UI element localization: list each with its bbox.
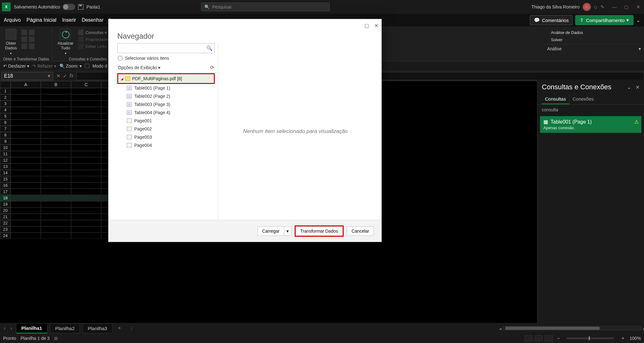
cell[interactable] xyxy=(41,220,71,226)
tab-arquivo[interactable]: Arquivo xyxy=(4,17,21,23)
transformar-dados-button[interactable]: Transformar Dados xyxy=(296,226,343,236)
cell[interactable] xyxy=(41,207,71,214)
tab-conexoes[interactable]: Conexões xyxy=(569,94,597,104)
cell[interactable] xyxy=(11,220,41,226)
cell[interactable] xyxy=(71,126,101,132)
row-header[interactable]: 1 xyxy=(0,88,11,94)
cell[interactable] xyxy=(41,182,71,189)
row-header[interactable]: 17 xyxy=(0,189,11,195)
sheet-tab-3[interactable]: Planilha3 xyxy=(82,324,113,333)
panel-collapse-icon[interactable]: ⌄ xyxy=(627,84,631,90)
row-header[interactable]: 8 xyxy=(0,132,11,138)
cell[interactable] xyxy=(71,119,101,126)
query-item[interactable]: ▦ Table001 (Page 1) Apenas conexão. ⚠ xyxy=(540,116,641,133)
cell[interactable] xyxy=(71,233,101,239)
cell[interactable] xyxy=(71,182,101,189)
cell[interactable] xyxy=(11,101,41,107)
sheet-prev-button[interactable]: ‹ xyxy=(3,325,7,331)
cell[interactable] xyxy=(41,132,71,138)
cell[interactable] xyxy=(71,214,101,220)
horizontal-scrollbar[interactable]: ◂ ▸ xyxy=(503,326,641,330)
add-sheet-button[interactable]: ＋ xyxy=(115,324,124,333)
chevron-down-icon[interactable]: ▾ xyxy=(639,46,641,51)
column-header[interactable]: C xyxy=(71,81,101,88)
row-header[interactable]: 11 xyxy=(0,151,11,157)
cell[interactable] xyxy=(71,226,101,233)
cell[interactable] xyxy=(11,119,41,126)
carregar-split-button[interactable]: Carregar ▾ xyxy=(258,226,291,236)
pen-icon[interactable]: ✎ xyxy=(601,4,604,9)
row-header[interactable]: 21 xyxy=(0,214,11,220)
tree-item-page[interactable]: Page002 xyxy=(117,125,215,133)
cell[interactable] xyxy=(11,195,41,201)
row-header[interactable]: 9 xyxy=(0,138,11,145)
cell[interactable] xyxy=(11,182,41,189)
zoom-in-button[interactable]: ＋ xyxy=(621,335,625,341)
cell[interactable] xyxy=(71,163,101,170)
row-header[interactable]: 19 xyxy=(0,201,11,207)
cell[interactable] xyxy=(41,176,71,182)
save-icon[interactable] xyxy=(78,4,84,10)
cell[interactable] xyxy=(11,214,41,220)
cell[interactable] xyxy=(41,233,71,239)
tree-item-table[interactable]: Table002 (Page 2) xyxy=(117,92,215,100)
close-button[interactable]: ✕ xyxy=(635,4,642,9)
from-table-button[interactable] xyxy=(21,43,35,49)
row-header[interactable]: 5 xyxy=(0,113,11,119)
cell[interactable] xyxy=(71,207,101,214)
cell[interactable] xyxy=(71,151,101,157)
cell[interactable] xyxy=(11,88,41,94)
mode-checkbox[interactable] xyxy=(85,64,89,68)
cell[interactable] xyxy=(41,94,71,101)
carregar-button[interactable]: Carregar xyxy=(258,226,284,236)
name-box[interactable]: E18 ▾ xyxy=(1,72,53,80)
panel-close-icon[interactable]: ✕ xyxy=(636,84,640,90)
cancelar-button[interactable]: Cancelar xyxy=(347,226,374,236)
row-header[interactable]: 7 xyxy=(0,126,11,132)
tree-item-page[interactable]: Page001 xyxy=(117,117,215,125)
tab-consultas[interactable]: Consultas xyxy=(542,94,569,104)
cell[interactable] xyxy=(11,132,41,138)
cell[interactable] xyxy=(41,163,71,170)
chevron-down-icon[interactable]: ▾ xyxy=(48,73,50,79)
cell[interactable] xyxy=(41,107,71,113)
cell[interactable] xyxy=(71,176,101,182)
row-header[interactable]: 15 xyxy=(0,176,11,182)
cell[interactable] xyxy=(11,94,41,101)
cell[interactable] xyxy=(11,170,41,176)
cell[interactable] xyxy=(71,170,101,176)
from-text-button[interactable] xyxy=(21,30,35,35)
cell[interactable] xyxy=(11,207,41,214)
row-headers[interactable]: 123456789101112131415161718192021222324 xyxy=(0,88,11,239)
solver-button[interactable]: Solver xyxy=(551,37,636,42)
display-options-dropdown[interactable]: Opções de Exibição ▾ xyxy=(118,65,160,70)
cell[interactable] xyxy=(71,94,101,101)
row-header[interactable]: 3 xyxy=(0,101,11,107)
undo-button[interactable]: ↶ Desfazer ▾ xyxy=(3,64,29,69)
tab-desenhar[interactable]: Desenhar xyxy=(82,17,103,23)
tree-item-table[interactable]: Table004 (Page 4) xyxy=(117,108,215,117)
cell[interactable] xyxy=(41,189,71,195)
row-header[interactable]: 24 xyxy=(0,233,11,239)
cell[interactable] xyxy=(71,201,101,207)
cell[interactable] xyxy=(41,88,71,94)
select-all-corner[interactable] xyxy=(0,81,11,88)
cell[interactable] xyxy=(71,132,101,138)
cell[interactable] xyxy=(71,157,101,163)
user-area[interactable]: Thiago da Silva Romeiro ◇ ✎ xyxy=(531,3,604,11)
cell[interactable] xyxy=(11,176,41,182)
tree-item-page[interactable]: Page004 xyxy=(117,141,215,149)
cell[interactable] xyxy=(71,189,101,195)
cell[interactable] xyxy=(71,113,101,119)
cell[interactable] xyxy=(71,107,101,113)
tab-inserir[interactable]: Inserir xyxy=(62,17,76,23)
atualizar-tudo-button[interactable]: Atualizar Tudo ▾ xyxy=(56,28,75,56)
sheet-drag-handle[interactable]: ⋮ xyxy=(129,325,134,331)
sheet-tab-2[interactable]: Planilha2 xyxy=(50,324,80,333)
view-page-layout-button[interactable] xyxy=(535,335,543,341)
expand-icon[interactable]: ◢ xyxy=(121,77,123,80)
cell[interactable] xyxy=(11,201,41,207)
refresh-tree-button[interactable]: ⟳ xyxy=(210,64,214,70)
accessibility-icon[interactable]: ⊞ xyxy=(54,336,58,341)
compartilhamento-button[interactable]: ⇪ Compartilhamento ▾ xyxy=(575,15,634,25)
